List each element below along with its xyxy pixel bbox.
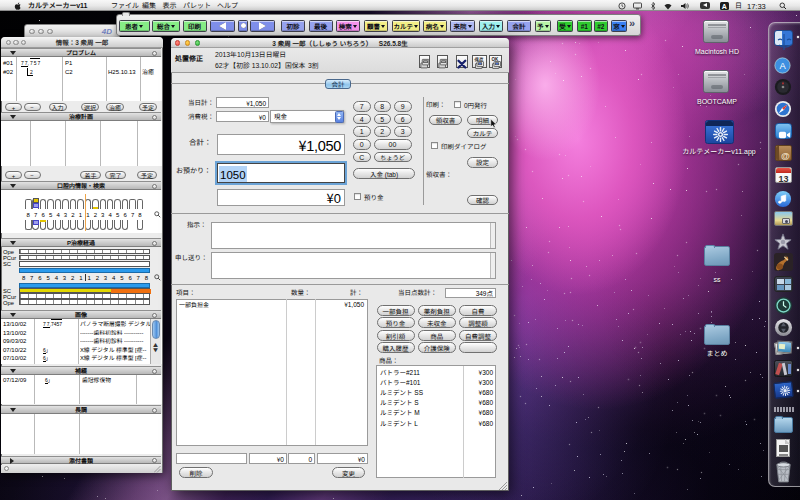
- svg-text:A: A: [779, 61, 786, 71]
